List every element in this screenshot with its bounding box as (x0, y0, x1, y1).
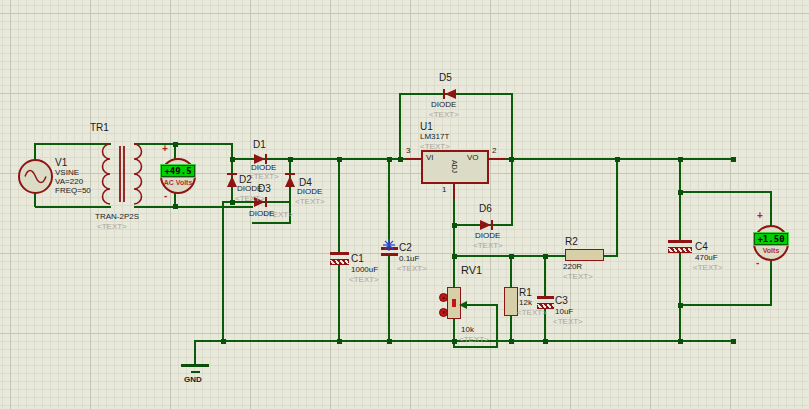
resistor-r1-symbol[interactable] (504, 287, 518, 316)
wire (338, 264, 340, 341)
dc-voltmeter-display: +1.50 (754, 233, 788, 245)
junction-dot (398, 157, 403, 162)
junction-dot (452, 223, 457, 228)
pin-stub (406, 158, 422, 160)
tr1-text: <TEXT> (97, 223, 127, 231)
ground-symbol-dash (191, 371, 200, 373)
c1-text: <TEXT> (349, 276, 379, 284)
rv1-wiper-mark (452, 299, 456, 307)
transformer-symbol[interactable] (100, 138, 144, 212)
u1-value: LM317T (420, 133, 449, 141)
junction-dot (678, 303, 683, 308)
pin-stub (453, 183, 455, 199)
c1-value: 1000uF (351, 266, 378, 274)
u1-pin-adj-label: ADJ (451, 157, 458, 177)
wire (510, 315, 512, 341)
r1-text: <TEXT> (517, 309, 547, 317)
ground-symbol[interactable] (181, 364, 209, 367)
tr1-ref: TR1 (90, 123, 109, 133)
capacitor-c3-symbol[interactable] (537, 296, 554, 299)
junction-dot (543, 339, 548, 344)
v1-ref: V1 (55, 158, 67, 168)
wire (194, 340, 196, 365)
junction-dot (221, 339, 226, 344)
d4-value: DIODE (297, 188, 322, 196)
wire (453, 198, 455, 289)
wire (454, 346, 498, 348)
diode-d5-symbol[interactable] (439, 88, 459, 100)
gnd-label: GND (184, 376, 202, 384)
tr1-value: TRAN-2P2S (95, 213, 139, 221)
wire (680, 304, 772, 306)
c2-text: <TEXT> (397, 265, 427, 273)
wire (680, 191, 772, 193)
junction-dot (337, 339, 342, 344)
r1-value: 12k (519, 299, 532, 307)
junction-dot (288, 157, 293, 162)
u1-pin-number-2: 2 (492, 147, 496, 155)
junction-dot (173, 142, 178, 147)
ac-meter-plus: + (162, 144, 168, 154)
junction-dot (678, 190, 683, 195)
c3-text: <TEXT> (553, 318, 583, 326)
wire (222, 201, 224, 341)
rv1-text: <TEXT> (459, 336, 489, 344)
junction-dot (509, 254, 514, 259)
rv1-increase-button[interactable]: ▴ (439, 293, 448, 302)
v1-model: VSINE (55, 169, 79, 177)
capacitor-c4-neg-plate (668, 247, 692, 253)
d1-text: <TEXT> (249, 173, 279, 181)
wire (770, 191, 772, 228)
d1-value: DIODE (251, 164, 276, 172)
d5-text: <TEXT> (429, 111, 459, 119)
wire (465, 304, 498, 306)
d3-value: DIODE (249, 210, 274, 218)
c4-value: 470uF (695, 254, 718, 262)
wire (134, 143, 232, 145)
capacitor-c4-symbol[interactable] (668, 240, 692, 243)
diode-d6-symbol[interactable] (477, 219, 497, 231)
pin-stub (489, 158, 506, 160)
dc-voltmeter-unit: Volts (753, 247, 789, 254)
junction-dot (173, 204, 178, 209)
dc-meter-minus: - (756, 258, 759, 268)
junction-dot (230, 157, 235, 162)
d6-value: DIODE (475, 232, 500, 240)
capacitor-c2-plate (381, 253, 398, 256)
capacitor-c1-neg-plate (330, 259, 349, 265)
wire (544, 255, 546, 298)
junction-dot (731, 157, 736, 162)
wire (134, 206, 253, 208)
wire (679, 158, 681, 242)
junction-dot (615, 157, 620, 162)
d3-ref: D3 (258, 184, 271, 194)
rv1-decrease-button[interactable]: ▾ (439, 308, 448, 317)
junction-dot (731, 339, 736, 344)
c3-value: 10uF (555, 308, 573, 316)
wire (616, 158, 618, 257)
c4-text: <TEXT> (693, 264, 723, 272)
d2-text: <TEXT> (235, 195, 265, 203)
junction-dot (543, 254, 548, 259)
resistor-r2-symbol[interactable] (565, 249, 604, 261)
u1-pin-number-1: 1 (442, 186, 446, 194)
wire (388, 256, 390, 341)
d1-ref: D1 (253, 140, 266, 150)
wire (770, 258, 772, 305)
c1-ref: C1 (351, 254, 364, 264)
d5-value: DIODE (431, 101, 456, 109)
junction-dot (337, 157, 342, 162)
wire (252, 222, 291, 224)
d6-ref: D6 (479, 204, 492, 214)
capacitor-c1-symbol[interactable] (330, 252, 349, 255)
ac-meter-minus: - (164, 191, 167, 201)
junction-dot (387, 157, 392, 162)
c2-ref: C2 (399, 243, 412, 253)
c2-value: 0.1uF (399, 255, 419, 263)
v1-amplitude: VA=220 (55, 178, 83, 186)
u1-pin-vo-label: VO (467, 154, 479, 162)
d6-text: <TEXT> (473, 242, 503, 250)
u1-ref: U1 (420, 122, 433, 132)
diode-d4-symbol[interactable] (284, 170, 296, 190)
ac-voltmeter-unit: AC Volts (160, 179, 196, 186)
